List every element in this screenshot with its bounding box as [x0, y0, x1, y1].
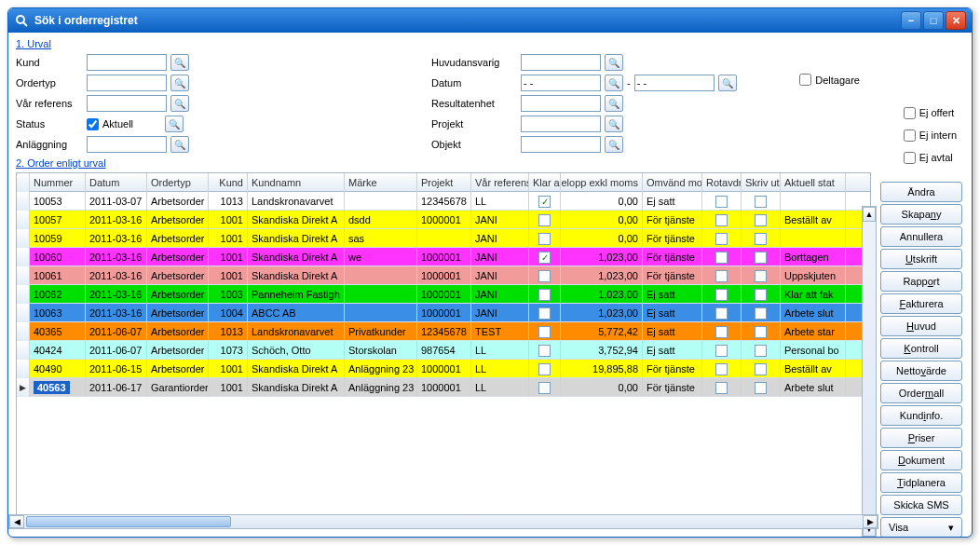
col-ordertyp[interactable]: Ordertyp [147, 173, 209, 192]
cell-klar[interactable] [529, 266, 561, 285]
titlebar[interactable]: Sök i orderregistret − □ ✕ [8, 8, 972, 33]
ordertyp-input[interactable] [87, 75, 167, 91]
cell-klar[interactable] [529, 378, 561, 397]
scroll-up-icon[interactable]: ▲ [863, 207, 876, 222]
datum-to-picker[interactable]: 🔍 [718, 75, 737, 91]
row-selector[interactable] [17, 192, 30, 211]
rapport-button[interactable]: Rapport [880, 271, 962, 292]
row-selector[interactable] [17, 341, 30, 360]
cell-klar[interactable] [529, 360, 561, 378]
cell-klar[interactable] [529, 341, 561, 360]
close-button[interactable]: ✕ [946, 11, 966, 30]
col-kund[interactable]: Kund [209, 173, 248, 192]
kund-input[interactable] [87, 54, 167, 71]
scroll-thumb[interactable] [26, 516, 231, 527]
utskrift-button[interactable]: Utskrift [880, 249, 962, 269]
row-selector[interactable]: ▶ [17, 378, 30, 397]
table-row[interactable]: ▶405632011-06-17Garantiorder1001Skandisk… [17, 378, 870, 397]
cell-skriv[interactable] [742, 322, 781, 341]
cell-rot[interactable] [702, 211, 742, 229]
skicka-sms-button[interactable]: Skicka SMS [880, 495, 962, 515]
col-marke[interactable]: Märke [345, 173, 417, 192]
cell-rot[interactable] [702, 360, 742, 378]
table-row[interactable]: 100632011-03-16Arbetsorder1004ABCC AB100… [17, 304, 870, 322]
cell-skriv[interactable] [742, 341, 781, 360]
cell-skriv[interactable] [742, 285, 781, 304]
maximize-button[interactable]: □ [923, 11, 944, 30]
row-selector[interactable] [17, 304, 30, 322]
resultatenhet-picker[interactable]: 🔍 [605, 95, 623, 112]
huvudansvarig-picker[interactable]: 🔍 [605, 54, 623, 71]
scroll-right-icon[interactable]: ▶ [863, 515, 878, 528]
col-status[interactable]: Aktuell stat [781, 173, 846, 192]
cell-skriv[interactable] [742, 266, 781, 285]
cell-klar[interactable] [529, 304, 561, 322]
row-selector[interactable] [17, 285, 30, 304]
order-grid[interactable]: Nummer Datum Ordertyp Kund Kundnamn Märk… [16, 172, 871, 526]
col-kundnamn[interactable]: Kundnamn [248, 173, 345, 192]
ordertyp-picker[interactable]: 🔍 [170, 75, 189, 91]
huvud-button[interactable]: Huvud [880, 316, 962, 336]
objekt-picker[interactable]: 🔍 [605, 136, 623, 153]
cell-skriv[interactable] [742, 304, 781, 322]
cell-rot[interactable] [702, 248, 742, 266]
cell-rot[interactable] [702, 285, 742, 304]
vertical-scrollbar[interactable]: ▲ ▼ [862, 206, 877, 538]
datum-from-picker[interactable]: 🔍 [605, 75, 623, 91]
cell-skriv[interactable] [742, 211, 781, 229]
table-row[interactable]: 404242011-06-07Arbetsorder1073Schöch, Ot… [17, 341, 870, 360]
cell-skriv[interactable] [742, 248, 781, 266]
cell-rot[interactable] [702, 341, 742, 360]
col-nummer[interactable]: Nummer [30, 173, 86, 192]
anlaggning-picker[interactable]: 🔍 [170, 136, 189, 153]
col-varref[interactable]: Vår referens [471, 173, 529, 192]
kontroll-button[interactable]: Kontroll [880, 338, 962, 359]
cell-klar[interactable]: ✓ [529, 248, 561, 266]
table-row[interactable]: 100612011-03-16Arbetsorder1001Skandiska … [17, 266, 870, 285]
cell-klar[interactable] [529, 211, 561, 229]
cell-klar[interactable] [529, 285, 561, 304]
cell-rot[interactable] [702, 229, 742, 248]
table-row[interactable]: 100592011-03-16Arbetsorder1001Skandiska … [17, 229, 870, 248]
cell-rot[interactable] [702, 266, 742, 285]
col-rot[interactable]: Rotavdr [702, 173, 742, 192]
huvudansvarig-input[interactable] [521, 54, 601, 71]
cell-klar[interactable] [529, 322, 561, 341]
ej-offert-checkbox[interactable] [904, 107, 916, 119]
visa-button[interactable]: Visa▾ [880, 517, 962, 538]
priser-button[interactable]: Priser [880, 428, 962, 448]
nettovarde-button[interactable]: Nettovärde [880, 361, 962, 381]
table-row[interactable]: 100572011-03-16Arbetsorder1001Skandiska … [17, 211, 870, 229]
cell-skriv[interactable] [742, 229, 781, 248]
varref-input[interactable] [87, 95, 167, 112]
status-picker[interactable]: 🔍 [165, 116, 184, 132]
cell-skriv[interactable] [742, 378, 781, 397]
table-row[interactable]: 100602011-03-16Arbetsorder1001Skandiska … [17, 248, 870, 266]
row-selector[interactable] [17, 211, 30, 229]
horizontal-scrollbar[interactable]: ◀ ▶ [8, 514, 878, 529]
dokument-button[interactable]: Dokument [880, 450, 962, 470]
ordermall-button[interactable]: Ordermall [880, 383, 962, 403]
kundinfo-button[interactable]: Kundinfo. [880, 405, 962, 426]
col-skriv[interactable]: Skriv ut [742, 173, 781, 192]
skapa-ny-button[interactable]: Skapa ny [880, 204, 962, 225]
anlaggning-input[interactable] [87, 136, 167, 153]
ej-intern-checkbox[interactable] [904, 129, 916, 142]
datum-from-input[interactable] [521, 75, 601, 91]
deltagare-checkbox[interactable] [799, 74, 811, 86]
cell-skriv[interactable] [742, 360, 781, 378]
varref-picker[interactable]: 🔍 [170, 95, 189, 112]
table-row[interactable]: 100532011-03-07Arbetsorder1013Landskrona… [17, 192, 870, 211]
table-row[interactable]: 404902011-06-15Arbetsorder1001Skandiska … [17, 360, 870, 378]
cell-rot[interactable] [702, 192, 742, 211]
row-selector[interactable] [17, 229, 30, 248]
col-datum[interactable]: Datum [86, 173, 147, 192]
col-klar[interactable]: Klar at [529, 173, 561, 192]
annullera-button[interactable]: Annullera [880, 226, 962, 247]
cell-skriv[interactable] [742, 192, 781, 211]
cell-klar[interactable]: ✓ [529, 192, 561, 211]
row-selector[interactable] [17, 360, 30, 378]
objekt-input[interactable] [521, 136, 601, 153]
andra-button[interactable]: Ändra [880, 182, 962, 202]
fakturera-button[interactable]: Fakturera [880, 293, 962, 314]
